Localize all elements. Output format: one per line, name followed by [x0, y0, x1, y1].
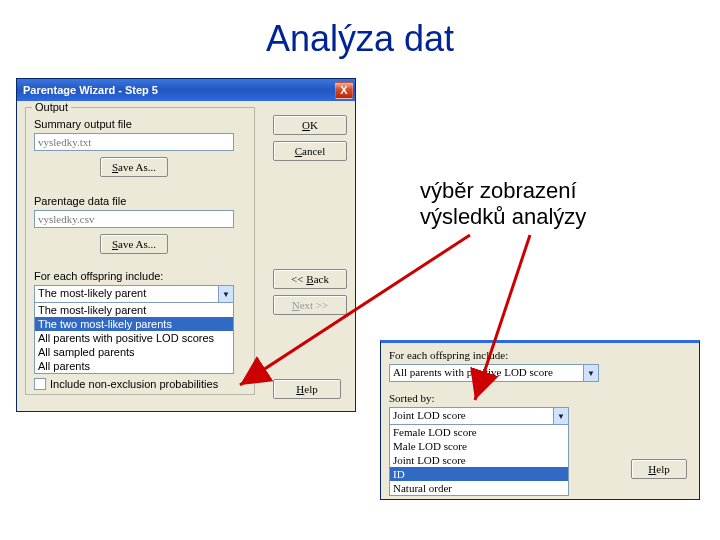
fragment-sorted-by: For each offspring include: All parents … [380, 340, 700, 500]
include-combo-value: The most-likely parent [35, 286, 218, 302]
include-combo[interactable]: The most-likely parent ▼ [34, 285, 234, 303]
summary-output-field[interactable] [34, 133, 234, 151]
chevron-down-icon[interactable]: ▼ [553, 408, 568, 424]
slide-title: Analýza dat [0, 18, 720, 60]
list-item-selected[interactable]: ID [390, 467, 568, 481]
save-as-parentage-button[interactable]: Save As... [100, 234, 168, 254]
help-button-2[interactable]: Help [631, 459, 687, 479]
for-each-offspring-label: For each offspring include: [34, 270, 246, 282]
help-button[interactable]: Help [273, 379, 341, 399]
list-item[interactable]: Natural order [390, 481, 568, 495]
output-group-label: Output [32, 101, 71, 113]
include-nonexclusion-label: Include non-exclusion probabilities [50, 378, 218, 390]
save-as-summary-button[interactable]: Save As... [100, 157, 168, 177]
sorted-by-combo-value: Joint LOD score [390, 408, 553, 424]
checkbox-icon[interactable] [34, 378, 46, 390]
parentage-wizard-dialog: Parentage Wizard - Step 5 X Output Summa… [16, 78, 356, 412]
sorted-by-label: Sorted by: [389, 392, 691, 404]
annotation-line2: výsledků analýzy [420, 204, 586, 229]
cancel-button[interactable]: Cancel [273, 141, 347, 161]
list-item[interactable]: Female LOD score [390, 425, 568, 439]
titlebar[interactable]: Parentage Wizard - Step 5 X [17, 79, 355, 101]
close-icon: X [340, 84, 347, 96]
list-item[interactable]: All parents [35, 359, 233, 373]
list-item[interactable]: Male LOD score [390, 439, 568, 453]
back-button[interactable]: << Back [273, 269, 347, 289]
list-item[interactable]: All parents with positive LOD scores [35, 331, 233, 345]
window-title: Parentage Wizard - Step 5 [23, 84, 158, 96]
chevron-down-icon[interactable]: ▼ [583, 365, 598, 381]
for-each-offspring-label-2: For each offspring include: [389, 349, 691, 361]
sorted-by-combo[interactable]: Joint LOD score ▼ [389, 407, 569, 425]
next-button[interactable]: Next >> [273, 295, 347, 315]
close-button[interactable]: X [335, 82, 353, 99]
list-item[interactable]: All sampled parents [35, 345, 233, 359]
summary-output-label: Summary output file [34, 118, 246, 130]
chevron-down-icon[interactable]: ▼ [218, 286, 233, 302]
list-item[interactable]: Joint LOD score [390, 453, 568, 467]
include-listbox[interactable]: The most-likely parent The two most-like… [34, 302, 234, 374]
ok-button[interactable]: OK [273, 115, 347, 135]
parentage-data-label: Parentage data file [34, 195, 246, 207]
annotation-line1: výběr zobrazení [420, 178, 577, 203]
include-combo-2[interactable]: All parents with positive LOD score ▼ [389, 364, 599, 382]
list-item[interactable]: The most-likely parent [35, 303, 233, 317]
include-combo-2-value: All parents with positive LOD score [390, 365, 583, 381]
parentage-data-field[interactable] [34, 210, 234, 228]
list-item-selected[interactable]: The two most-likely parents [35, 317, 233, 331]
annotation-text: výběr zobrazení výsledků analýzy [420, 178, 586, 231]
sorted-by-listbox[interactable]: Female LOD score Male LOD score Joint LO… [389, 424, 569, 496]
include-nonexclusion-row[interactable]: Include non-exclusion probabilities [34, 378, 246, 390]
